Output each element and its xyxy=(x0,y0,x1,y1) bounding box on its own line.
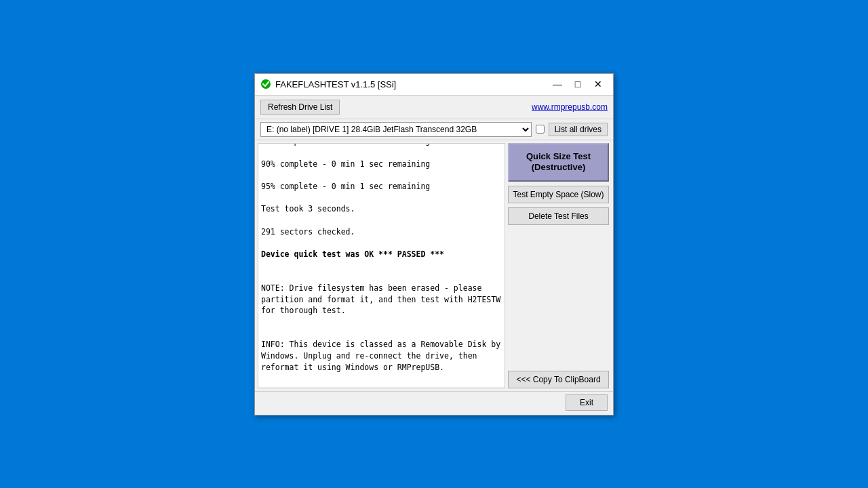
title-bar: FAKEFLASHTEST v1.1.5 [SSi] — □ ✕ xyxy=(255,74,613,96)
sidebar: Quick Size Test (Destructive) Test Empty… xyxy=(508,140,613,391)
refresh-drive-list-button[interactable]: Refresh Drive List xyxy=(260,100,340,115)
window-title: FAKEFLASHTEST v1.1.5 [SSi] xyxy=(275,79,548,89)
window-controls: — □ ✕ xyxy=(548,76,608,92)
list-all-checkbox[interactable] xyxy=(536,125,545,134)
close-button[interactable]: ✕ xyxy=(589,76,608,92)
website-link[interactable]: www.rmprepusb.com xyxy=(532,102,608,112)
log-line: NOTE: Drive filesystem has been erased -… xyxy=(261,283,502,317)
log-line: 291 sectors checked. xyxy=(261,226,502,238)
log-line: Test took 3 seconds. xyxy=(261,203,502,215)
drive-select[interactable]: E: (no label) [DRIVE 1] 28.4GiB JetFlash… xyxy=(260,122,532,137)
app-icon xyxy=(260,79,271,89)
test-empty-space-button[interactable]: Test Empty Space (Slow) xyxy=(508,186,609,203)
minimize-button[interactable]: — xyxy=(548,76,567,92)
quick-size-test-button[interactable]: Quick Size Test (Destructive) xyxy=(508,143,609,182)
log-line: Device quick test was OK *** PASSED *** xyxy=(261,249,502,260)
list-all-drives-button[interactable]: List all drives xyxy=(549,123,608,136)
footer: Exit xyxy=(255,391,613,415)
drive-row: E: (no label) [DRIVE 1] 28.4GiB JetFlash… xyxy=(255,119,613,140)
sidebar-spacer xyxy=(508,229,609,366)
log-line: 85% complete - 0 min 1 sec remaining xyxy=(261,143,502,147)
copy-to-clipboard-button[interactable]: <<< Copy To ClipBoard xyxy=(508,371,609,388)
exit-button[interactable]: Exit xyxy=(566,394,608,411)
log-line: 95% complete - 0 min 1 sec remaining xyxy=(261,181,502,192)
maximize-button[interactable]: □ xyxy=(568,76,587,92)
toolbar: Refresh Drive List www.rmprepusb.com xyxy=(255,96,613,119)
log-line: 90% complete - 0 min 1 sec remaining xyxy=(261,159,502,170)
delete-test-files-button[interactable]: Delete Test Files xyxy=(508,207,609,225)
log-line: INFO: This device is classed as a Remova… xyxy=(261,339,502,373)
main-area: 15% complete - 0 min 1 sec remaining20% … xyxy=(255,140,613,391)
log-output: 15% complete - 0 min 1 sec remaining20% … xyxy=(258,143,505,388)
main-window: FAKEFLASHTEST v1.1.5 [SSi] — □ ✕ Refresh… xyxy=(254,73,614,415)
